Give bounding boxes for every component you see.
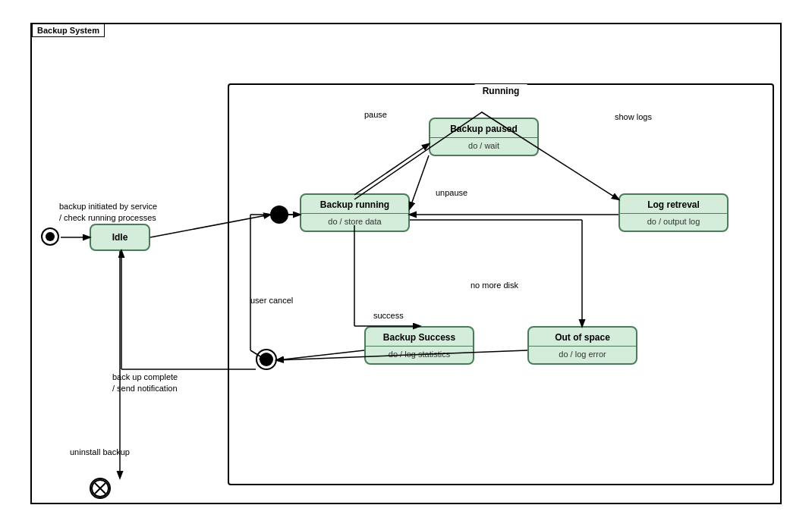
state-idle: Idle: [90, 224, 150, 251]
label-user-cancel: user cancel: [250, 296, 293, 305]
final-state-inner: [260, 353, 273, 366]
running-frame-label: Running: [475, 84, 527, 98]
label-pause: pause: [364, 110, 387, 119]
state-backup-success: Backup Success do / log statistics: [364, 326, 474, 365]
label-backup-initiated: backup initiated by service/ check runni…: [59, 201, 157, 224]
initial-state: [270, 205, 288, 224]
label-back-up-complete: back up complete/ send notification: [112, 372, 178, 395]
diagram-container: Backup System Running Backup paused do /…: [0, 0, 812, 527]
outer-frame-label: Backup System: [32, 24, 105, 37]
state-out-of-space: Out of space do / log error: [527, 326, 637, 365]
state-backup-running: Backup running do / store data: [300, 193, 410, 232]
state-log-retrieval: Log retreval do / output log: [618, 193, 729, 232]
outer-initial-state: [41, 227, 59, 246]
label-success: success: [373, 311, 404, 320]
label-unpause: unpause: [436, 188, 467, 197]
state-backup-paused: Backup paused do / wait: [429, 118, 539, 156]
label-show-logs: show logs: [615, 112, 652, 121]
final-state: [256, 349, 277, 370]
terminate-state: [90, 478, 111, 499]
label-no-more-disk: no more disk: [471, 281, 518, 290]
label-uninstall: uninstall backup: [70, 447, 130, 456]
